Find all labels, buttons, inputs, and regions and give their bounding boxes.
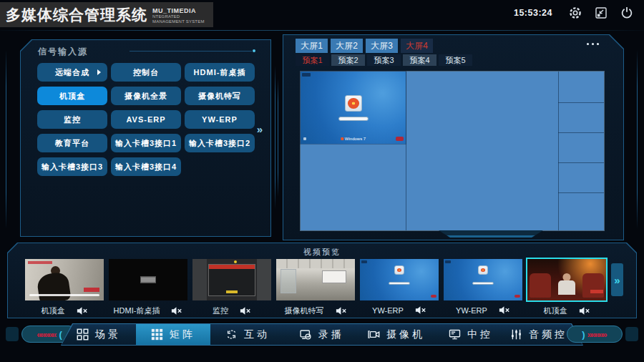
preset-tab-label: 预案3 (374, 55, 394, 66)
screen-tab-selected[interactable]: 大屏4 (401, 39, 433, 53)
central-control-icon (449, 328, 461, 341)
nav-tab-scene[interactable]: 场景 (62, 324, 136, 345)
nav-tab-label: 录播 (318, 328, 344, 341)
screen-tab[interactable]: 大屏1 (296, 39, 328, 53)
preview-item-selected[interactable]: 机顶盒 (527, 259, 606, 316)
preview-thumbnail[interactable] (444, 259, 522, 300)
input-source-button[interactable]: 摄像机全景 (111, 87, 181, 105)
input-source-button[interactable]: 教育平台 (37, 134, 107, 152)
preset-tab-label: 预案4 (409, 55, 429, 66)
signal-input-panel: 信号输入源 远端合成 控制台 HDMI-前桌插 机顶盒 摄像机全景 摄像机特写 … (20, 39, 271, 237)
input-source-label: 输入卡槽3接口1 (115, 138, 177, 149)
double-chevron-icon: » (257, 123, 263, 135)
preset-tab-selected[interactable]: 预案1 (296, 54, 329, 66)
wall-cell-windows-preview[interactable]: Windows 7 (301, 72, 406, 144)
input-source-grid: 远端合成 控制台 HDMI-前桌插 机顶盒 摄像机全景 摄像机特写 监控 AVS… (37, 63, 259, 176)
preview-thumbnail[interactable] (25, 259, 104, 300)
input-source-button[interactable]: YW-ERP (185, 110, 255, 129)
input-source-button[interactable]: AVS-ERP (111, 110, 181, 129)
camera-icon (368, 328, 380, 341)
preview-item[interactable]: YW-ERP (360, 259, 439, 315)
nav-tab-label: 矩阵 (170, 328, 195, 341)
input-source-button[interactable]: 远端合成 (37, 63, 107, 82)
windows-brand: Windows 7 (341, 137, 366, 141)
minimize-window-icon[interactable] (593, 5, 608, 20)
preview-item[interactable]: YW-ERP (444, 259, 522, 315)
preview-label: YW-ERP (456, 306, 487, 315)
double-chevron-icon: » (614, 274, 620, 286)
preview-thumbnail[interactable] (360, 259, 439, 300)
mid-decoration-line-2 (278, 79, 278, 197)
preview-item[interactable]: 机顶盒 (25, 259, 104, 316)
preset-tab[interactable]: 预案2 (331, 54, 365, 66)
input-source-button[interactable]: 监控 (37, 110, 107, 129)
mute-icon[interactable] (171, 306, 182, 315)
preset-tab[interactable]: 预案3 (367, 54, 401, 66)
input-source-button[interactable]: 输入卡槽3接口4 (111, 157, 181, 176)
settings-icon[interactable] (567, 5, 582, 20)
windows-password-field (338, 117, 369, 121)
mid-decoration-line-1 (275, 66, 275, 209)
header-divider (0, 30, 644, 31)
video-preview-list: 机顶盒 HDMI-前桌插 (25, 259, 623, 316)
input-panel-title: 信号输入源 (38, 46, 88, 58)
mute-icon[interactable] (77, 306, 88, 315)
nav-edge-decoration (6, 327, 19, 341)
nav-tab-recording[interactable]: 录播 (285, 324, 359, 345)
preset-tab-bar: 预案1 预案2 预案3 预案4 预案5 (296, 54, 472, 66)
preview-item[interactable]: HDMI-前桌插 (109, 259, 187, 316)
app-title: 多媒体综合管理系统 (6, 5, 147, 25)
mute-icon[interactable] (336, 306, 347, 315)
power-icon[interactable] (619, 5, 634, 20)
preset-tab[interactable]: 预案4 (403, 54, 436, 66)
video-wall-canvas[interactable]: Windows 7 (301, 72, 604, 230)
screen-tab[interactable]: 大屏3 (366, 39, 398, 53)
red-chevrons-icon: »»»»» (587, 329, 608, 340)
input-source-label: 教育平台 (55, 138, 89, 149)
nav-tab-matrix[interactable]: 矩阵 (136, 324, 210, 345)
mute-icon[interactable] (499, 305, 510, 315)
preview-item[interactable]: 摄像机特写 (276, 259, 355, 316)
input-source-button[interactable]: 输入卡槽3接口2 (185, 134, 255, 152)
input-source-button[interactable]: 摄像机特写 (185, 87, 255, 105)
mute-icon[interactable] (415, 305, 426, 315)
app-subtitle-line1: MU_TIMEDIA (152, 7, 213, 14)
input-source-label: YW-ERP (202, 115, 238, 124)
collapse-panel-button[interactable]: » (257, 123, 263, 135)
nav-edge-decoration (625, 327, 638, 341)
preset-tab[interactable]: 预案5 (439, 54, 472, 66)
input-source-button[interactable]: 输入卡槽3接口3 (37, 157, 107, 176)
input-source-label: 控制台 (133, 67, 159, 78)
mute-icon[interactable] (579, 306, 590, 315)
input-source-label: 输入卡槽3接口2 (189, 138, 250, 149)
input-source-button[interactable]: 输入卡槽3接口1 (111, 134, 181, 152)
input-source-button-active[interactable]: 机顶盒 (37, 87, 107, 105)
wall-grid-line (558, 132, 604, 133)
input-source-label: 监控 (64, 114, 81, 125)
preview-next-page-button[interactable]: » (611, 263, 623, 296)
screen-tab[interactable]: 大屏2 (331, 39, 363, 53)
mute-icon[interactable] (240, 306, 251, 315)
input-source-label: 机顶盒 (59, 91, 85, 102)
input-source-button[interactable]: HDMI-前桌插 (185, 63, 255, 82)
preset-tab-label: 预案2 (338, 55, 358, 66)
nav-tab-camera[interactable]: 摄像机 (359, 324, 434, 345)
preview-thumbnail[interactable] (192, 259, 271, 300)
preview-item[interactable]: 监控 (192, 259, 271, 316)
preview-label: HDMI-前桌插 (114, 305, 160, 316)
nav-tab-central-control[interactable]: 中控 (434, 324, 508, 345)
preview-thumbnail[interactable] (527, 259, 606, 300)
app-logo: 多媒体综合管理系统 MU_TIMEDIA NTEGRATED MANAGEMEN… (0, 2, 213, 27)
screen-control-panel: 大屏1 大屏2 大屏3 大屏4 预案1 预案2 预案3 预案4 预案5 (283, 34, 624, 240)
preview-thumbnail[interactable] (109, 259, 187, 300)
input-source-button[interactable]: 控制台 (111, 63, 181, 82)
nav-tab-interaction[interactable]: 互动 (210, 324, 285, 345)
preview-thumbnail[interactable] (276, 259, 355, 300)
cyan-arc-icon: ) (582, 329, 585, 340)
nav-tab-label: 摄像机 (386, 328, 425, 341)
more-options-icon[interactable] (587, 43, 599, 45)
screen-control-panel-body: 大屏1 大屏2 大屏3 大屏4 预案1 预案2 预案3 预案4 预案5 (283, 35, 623, 240)
preview-corner-controls (302, 73, 311, 77)
nav-tab-label: 场景 (95, 328, 121, 341)
input-source-label: HDMI-前桌插 (194, 67, 246, 78)
